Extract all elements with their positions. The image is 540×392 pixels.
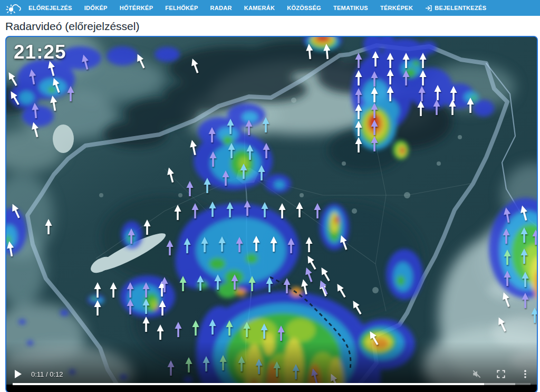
- progress-played: [13, 383, 484, 385]
- nav-menu: ELŐREJELZÉSIDŐKÉPHŐTÉRKÉPFELHŐKÉPRADARKA…: [28, 5, 413, 11]
- radar-video-player[interactable]: 21:25 0:11 / 0:12: [5, 36, 538, 392]
- nav-item-2[interactable]: IDŐKÉP: [84, 5, 108, 11]
- nav-item-9[interactable]: TÉRKÉPEK: [380, 5, 413, 11]
- nav-item-1[interactable]: ELŐREJELZÉS: [28, 5, 72, 11]
- radar-timestamp-overlay: 21:25: [14, 41, 66, 63]
- idokep-sun-cloud-logo[interactable]: [5, 2, 21, 14]
- play-icon[interactable]: [15, 370, 22, 378]
- video-time-display: 0:11 / 0:12: [31, 370, 63, 378]
- radar-map: [6, 37, 537, 385]
- nav-item-7[interactable]: KÖZÖSSÉG: [287, 5, 321, 11]
- page-title: Radarvideó (előrejelzéssel): [0, 16, 540, 36]
- nav-item-5[interactable]: RADAR: [210, 5, 232, 11]
- login-button[interactable]: BEJELENTKEZÉS: [425, 5, 486, 12]
- login-label: BEJELENTKEZÉS: [435, 5, 486, 11]
- fullscreen-icon[interactable]: [496, 369, 506, 379]
- muted-speaker-icon[interactable]: [471, 369, 482, 379]
- nav-item-6[interactable]: KAMERÁK: [244, 5, 275, 11]
- video-progress-bar[interactable]: [13, 383, 531, 385]
- top-nav-bar: ELŐREJELZÉSIDŐKÉPHŐTÉRKÉPFELHŐKÉPRADARKA…: [0, 0, 540, 16]
- nav-item-3[interactable]: HŐTÉRKÉP: [120, 5, 153, 11]
- video-controls: 0:11 / 0:12: [15, 368, 531, 380]
- kebab-menu-icon[interactable]: [520, 369, 531, 379]
- login-icon: [425, 5, 432, 12]
- nav-item-8[interactable]: TEMATIKUS: [333, 5, 368, 11]
- nav-item-4[interactable]: FELHŐKÉP: [165, 5, 198, 11]
